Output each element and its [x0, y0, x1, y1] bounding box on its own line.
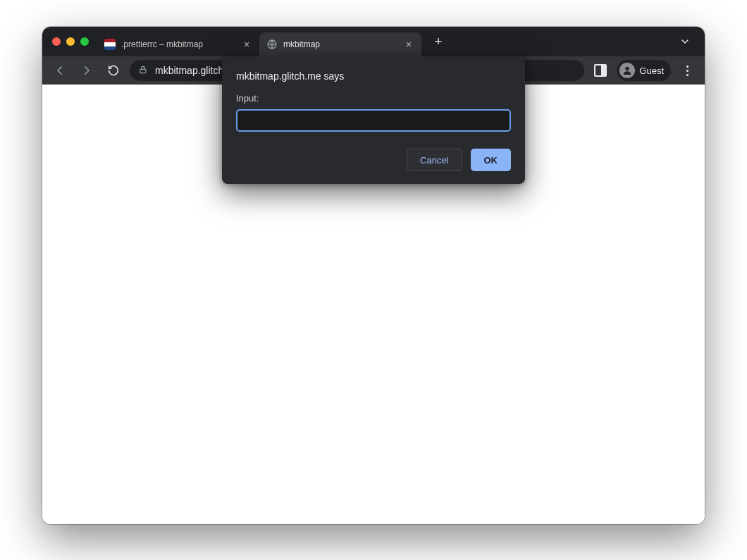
new-tab-button[interactable]: +	[428, 32, 448, 51]
svg-point-2	[626, 67, 629, 70]
globe-icon	[266, 39, 278, 50]
side-panel-icon	[594, 64, 607, 77]
tab-search-button[interactable]	[677, 33, 693, 50]
profile-label: Guest	[639, 66, 664, 76]
dialog-title: mkbitmap.glitch.me says	[236, 70, 511, 82]
favicon-icon	[104, 39, 116, 50]
page-content: mkbitmap.glitch.me says Input: Cancel OK	[42, 85, 705, 524]
close-icon[interactable]: ×	[403, 39, 414, 50]
tab-label: mkbitmap	[283, 39, 397, 49]
back-button[interactable]	[49, 60, 70, 81]
forward-button[interactable]	[76, 60, 97, 81]
window-titlebar: .prettierrc – mkbitmap × mkbitmap × +	[42, 27, 705, 56]
tab-strip: .prettierrc – mkbitmap × mkbitmap × +	[97, 27, 671, 56]
dialog-prompt-label: Input:	[236, 93, 511, 104]
browser-tab-1[interactable]: mkbitmap ×	[259, 32, 421, 56]
lock-icon	[138, 65, 148, 77]
cancel-button[interactable]: Cancel	[407, 149, 462, 171]
window-minimize-icon[interactable]	[66, 37, 75, 46]
js-prompt-dialog: mkbitmap.glitch.me says Input: Cancel OK	[222, 56, 525, 184]
svg-rect-1	[140, 69, 146, 73]
tab-label: .prettierrc – mkbitmap	[121, 39, 235, 49]
browser-window: .prettierrc – mkbitmap × mkbitmap × +	[42, 27, 705, 524]
dialog-button-row: Cancel OK	[236, 149, 511, 171]
window-maximize-icon[interactable]	[80, 37, 89, 46]
window-close-icon[interactable]	[52, 37, 61, 46]
ok-button[interactable]: OK	[471, 149, 512, 171]
titlebar-right	[671, 33, 699, 50]
side-panel-button[interactable]	[590, 60, 611, 81]
profile-button[interactable]: Guest	[617, 60, 671, 81]
browser-tab-0[interactable]: .prettierrc – mkbitmap ×	[97, 32, 259, 56]
browser-menu-button[interactable]	[677, 60, 698, 81]
reload-button[interactable]	[103, 60, 124, 81]
window-traffic-lights	[52, 37, 97, 46]
dialog-prompt-input[interactable]	[236, 109, 511, 132]
close-icon[interactable]: ×	[241, 39, 252, 50]
profile-avatar-icon	[619, 63, 635, 78]
